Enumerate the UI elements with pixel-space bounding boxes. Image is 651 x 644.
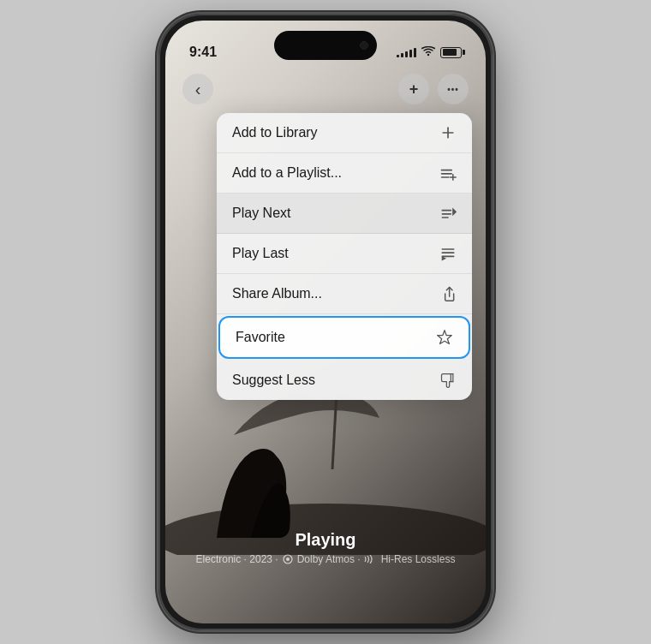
wifi-icon xyxy=(421,45,435,60)
favorite-label: Favorite xyxy=(236,330,285,345)
suggest-less-label: Suggest Less xyxy=(232,373,315,388)
menu-item-favorite[interactable]: Favorite xyxy=(218,316,470,359)
dynamic-island xyxy=(274,31,377,60)
svg-marker-18 xyxy=(442,257,445,259)
back-icon: ‹ xyxy=(195,80,201,99)
share-icon xyxy=(439,285,457,302)
menu-item-suggest-less[interactable]: Suggest Less xyxy=(217,361,472,400)
signal-strength-icon xyxy=(397,47,416,57)
menu-item-add-to-playlist[interactable]: Add to a Playlist... xyxy=(217,153,472,194)
menu-item-share-album[interactable]: Share Album... xyxy=(217,274,472,314)
add-button[interactable]: + xyxy=(398,74,429,104)
battery-icon xyxy=(440,47,462,58)
phone-frame: 9:41 xyxy=(158,14,493,630)
add-to-playlist-label: Add to a Playlist... xyxy=(232,165,342,181)
menu-item-play-last[interactable]: Play Last xyxy=(217,234,472,274)
play-last-label: Play Last xyxy=(232,246,289,261)
share-album-label: Share Album... xyxy=(232,286,322,301)
now-playing-info: Playing Electronic · 2023 · Dolby Atmos … xyxy=(165,530,486,565)
menu-item-play-next[interactable]: Play Next xyxy=(217,194,472,234)
add-to-library-label: Add to Library xyxy=(232,125,318,140)
status-icons xyxy=(397,45,462,60)
ellipsis-icon: ••• xyxy=(447,85,459,94)
camera-dot xyxy=(360,41,368,50)
screen: 9:41 xyxy=(165,21,486,623)
track-meta: Electronic · 2023 · Dolby Atmos · Hi-Res… xyxy=(165,553,486,565)
thumbs-down-icon xyxy=(439,372,457,389)
play-next-icon xyxy=(439,205,457,222)
plus-icon: + xyxy=(409,80,419,98)
play-last-icon xyxy=(439,245,457,262)
context-menu: Add to Library Add to a Playlist... Play xyxy=(217,113,472,400)
menu-item-add-to-library[interactable]: Add to Library xyxy=(217,113,472,153)
play-next-label: Play Next xyxy=(232,206,290,221)
track-title: Playing xyxy=(165,530,486,550)
svg-point-3 xyxy=(286,558,290,561)
plus-icon xyxy=(439,124,457,141)
playlist-add-icon xyxy=(439,164,457,182)
more-button[interactable]: ••• xyxy=(438,74,469,104)
back-button[interactable]: ‹ xyxy=(182,74,213,104)
nav-buttons: ‹ + ••• xyxy=(165,74,486,104)
star-icon xyxy=(436,329,453,346)
svg-marker-14 xyxy=(453,209,456,215)
